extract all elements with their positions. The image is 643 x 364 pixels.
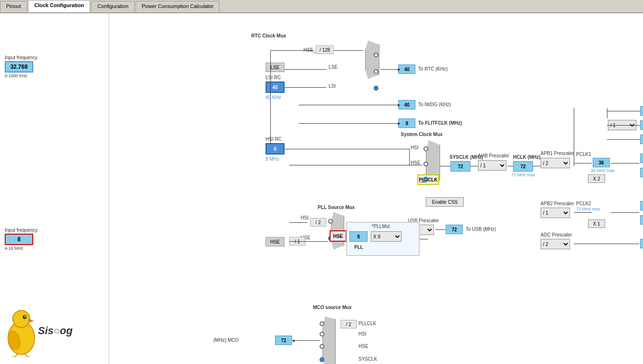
tab-bar: Pinout Clock Configuration Configuration… (0, 0, 643, 13)
line-pclk1-out (611, 163, 639, 164)
bird-logo-container: Sis○og (5, 300, 100, 362)
tab-power[interactable]: Power Consumption Calculator (136, 1, 220, 12)
apb2-max-label: 72 MHz max (576, 207, 600, 211)
system-mux-label: System Clock Mux (401, 132, 442, 137)
line-hclk-apb (533, 166, 541, 166)
flitfclk-out-value: 8 (398, 118, 415, 128)
vline-hclk-right (574, 108, 574, 166)
mco-label: (MHz) MCO (213, 337, 239, 343)
ahb-prescaler-select[interactable]: / 1 (478, 160, 506, 171)
pclk1-label: PCLK1 (576, 152, 591, 157)
mco-source-label: MCO source Mux (313, 305, 352, 310)
hse-pll-selected-box: HSE (330, 230, 347, 242)
radio-sysclk-mco[interactable] (320, 357, 324, 362)
line-apb2-pclk2 (574, 212, 592, 213)
radio-hsi-pll[interactable] (328, 219, 333, 224)
pllmul-label: *PLLMul (372, 224, 390, 229)
apb1-label: APB1 Prescaler (541, 151, 574, 156)
pclk1-value: 36 (593, 158, 610, 167)
line-pll-sysmux (420, 182, 427, 182)
sidebar: Input frequency 32.768 0-1000 KHz Input … (0, 13, 109, 364)
to-iwdg-label: To IWDG (KHz) (418, 102, 451, 107)
hse-input-label: Input frequency (5, 228, 37, 233)
hse-freq-value[interactable]: 8 (5, 234, 33, 245)
hclk-value-box: 72 (513, 161, 533, 172)
hsi-rc-label: HSI RC (266, 136, 282, 142)
lsi-freq-range: 0-1000 KHz (5, 73, 37, 78)
x2-multiplier: X 2 (588, 174, 605, 183)
hse-freq-range: 4-16 MHz (5, 246, 37, 251)
apb2-label: APB2 Prescaler (541, 201, 574, 206)
pll-source-label: PLL Source Mux (318, 205, 355, 210)
line-sysclk-ahb (470, 166, 478, 166)
tab-clock[interactable]: Clock Configuration (28, 0, 90, 12)
mco-mux-shape (322, 317, 336, 364)
apb1-timer-value: 72 (640, 168, 643, 177)
hsi-pll-label: HSI (301, 215, 309, 220)
radio-hse-rtc[interactable] (374, 53, 378, 57)
fclk-value: 72 (640, 135, 643, 144)
radio-lse-rtc[interactable] (374, 69, 378, 74)
sysclk-value-box: 72 (450, 161, 470, 172)
lse-mux-label: LSE (329, 64, 338, 70)
adc-prescaler-select[interactable]: / 2 (541, 239, 570, 249)
mco-out-value: 72 (275, 336, 292, 345)
svg-point-3 (25, 316, 26, 318)
line-pclk2-out (611, 212, 639, 213)
siscoog-label: Sis○og (38, 325, 73, 337)
radio-hse-sys[interactable] (423, 162, 428, 166)
line-hclk-cortex-out (607, 125, 640, 126)
adc-out-value: 36 (640, 239, 643, 248)
lsi-khz-label: 40 KHz (266, 95, 281, 100)
radio-hsi-mco[interactable] (320, 332, 324, 337)
tab-pinout[interactable]: Pinout (0, 1, 27, 12)
radio-lsi-rtc[interactable] (374, 86, 378, 91)
apb1-max-label: 36 MHz max (591, 168, 615, 173)
apb2-periph-value: 72 (640, 201, 643, 210)
lse-box: LSE (266, 63, 285, 72)
usb-out-value: 72 (446, 225, 463, 234)
svg-marker-4 (28, 319, 34, 323)
radio-pll-sys[interactable] (423, 177, 428, 182)
hsi-mhz-label: 8 MHz (266, 156, 279, 162)
to-rtc-label: To RTC (KHz) (418, 66, 448, 72)
pclk2-label: PCLK2 (576, 201, 591, 206)
apb2-prescaler-select[interactable]: / 1 (541, 208, 570, 218)
lsi-freq-value[interactable]: 32.768 (5, 61, 33, 73)
lsi-input-label: Input frequency (5, 55, 37, 60)
line-lse-rtcmux (285, 69, 326, 70)
line-apb1-pclk1 (574, 163, 592, 164)
tab-configuration[interactable]: Configuration (91, 1, 134, 12)
line-hse-pll-src (289, 241, 328, 242)
iwdg-out-value: 40 (398, 100, 415, 109)
hse-input-section: Input frequency 8 4-16 MHz (5, 228, 37, 251)
line-hse-div128 (270, 50, 314, 51)
line-ahb-hclk (507, 166, 513, 166)
hclk-ahb-value: 72 (640, 106, 643, 116)
hclk-label: HCLK (MHz) (513, 155, 541, 160)
line-div128-rtcmux (334, 50, 363, 51)
line-sysmux-sysclk (440, 166, 450, 166)
to-flitfclk-label: To FLITFCLK (MHz) (418, 120, 462, 126)
vline-hse-main (270, 50, 271, 144)
radio-pllclk-mco[interactable] (320, 321, 324, 326)
x1-multiplier: X 1 (588, 219, 605, 228)
radio-hse-mco[interactable] (320, 344, 324, 349)
ahb-prescaler-label: AHB Prescaler (478, 153, 509, 158)
div128-box: / 128 (316, 46, 334, 54)
pll-mul-select[interactable]: X 9 (371, 231, 402, 242)
sysclk-mco-label: SYSCLK (358, 356, 377, 362)
hsi-sys-label: HSI (411, 145, 419, 150)
lsi-rc-label: LSI RC (266, 75, 281, 80)
radio-hsi-sys[interactable] (423, 146, 428, 151)
main-container: Input frequency 32.768 0-1000 KHz Input … (0, 13, 643, 364)
pll-input-value: 8 (349, 231, 367, 242)
canvas-area: RTC Clock Mux HSE_RTC / 128 LSE LSI LSE … (109, 13, 643, 364)
pllclk-mco-label: PLLCLK (358, 321, 376, 326)
line-hsi-pll-src (289, 222, 307, 223)
lsi-input-section: Input frequency 32.768 0-1000 KHz (5, 55, 37, 78)
apb1-periph-value: 36 (640, 154, 643, 163)
apb1-prescaler-select[interactable]: / 2 (541, 158, 570, 168)
rtc-out-value: 40 (398, 64, 415, 74)
enable-css-button[interactable]: Enable CSS (426, 197, 464, 207)
